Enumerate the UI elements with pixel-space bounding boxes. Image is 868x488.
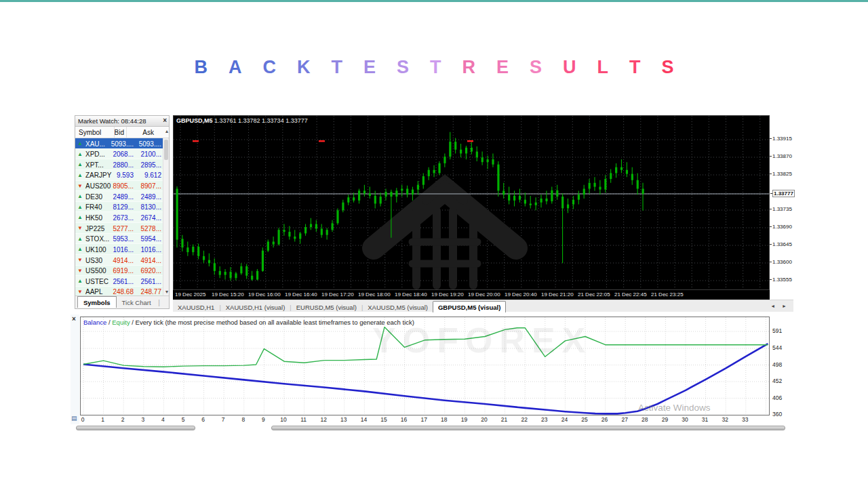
- title-letter: S: [397, 57, 409, 78]
- market-watch-row[interactable]: ▲STOX...5953...5954...: [75, 234, 163, 245]
- tester-x-label: 2: [121, 416, 125, 423]
- ask-value: 9.612: [144, 171, 161, 179]
- close-icon[interactable]: ×: [163, 117, 167, 124]
- chart-tab-xauusd-m5-visual-[interactable]: XAUUSD,M5 (visual): [363, 302, 433, 312]
- market-watch-scrollbar[interactable]: [163, 138, 169, 296]
- title-letter: T: [331, 57, 342, 78]
- price-axis-label: 1.33825: [772, 171, 792, 177]
- top-accent-bar: [0, 0, 868, 2]
- time-axis[interactable]: 19 Dec 202519 Dec 15:2019 Dec 16:0019 De…: [173, 290, 770, 300]
- price-axis-label: 1.33690: [772, 224, 792, 230]
- ask-value: 1016...: [140, 246, 161, 253]
- time-axis-label: 21 Dec 22:05: [578, 291, 610, 298]
- balance-equity-chart[interactable]: Balance / Equity / Every tick (the most …: [80, 317, 770, 415]
- ask-value: 2674...: [140, 214, 161, 222]
- title-letter: T: [430, 57, 441, 78]
- ask-value: 248.77: [140, 288, 161, 296]
- activate-windows-watermark: Activate Windows: [638, 403, 711, 413]
- ask-value: 5093....: [139, 140, 161, 148]
- market-watch-row[interactable]: ▲ZARJPY9.5939.612: [75, 170, 163, 181]
- chart-ohlc-values: 1.33761 1.33782 1.33734 1.33777: [214, 117, 308, 124]
- candlestick-chart[interactable]: GBPUSD,M5 1.33761 1.33782 1.33734 1.3377…: [173, 115, 770, 290]
- symbol-label: XPT...: [85, 161, 104, 169]
- market-watch-row[interactable]: ▲FR408129...8130...: [75, 202, 163, 213]
- bid-value: 9.593: [117, 171, 134, 179]
- ask-value: 4914...: [140, 257, 161, 264]
- tester-y-label: 452: [772, 378, 782, 384]
- tester-x-label: 19: [461, 416, 467, 423]
- page: BACKTESTRESULTS Market Watch: 08:44:28 ×…: [0, 0, 868, 488]
- scrollbar-thumb[interactable]: [164, 140, 168, 160]
- tester-x-label: 28: [642, 416, 648, 423]
- scrollbar-segment-right[interactable]: [271, 426, 785, 430]
- bid-value: 2489...: [113, 193, 134, 201]
- price-axis-label: 1.33870: [772, 153, 792, 159]
- time-axis-label: 19 Dec 17:20: [321, 291, 354, 298]
- title-letter: L: [597, 57, 609, 78]
- title-letter: B: [194, 57, 208, 78]
- market-watch-row[interactable]: ▼JP2255277...5278...: [75, 223, 163, 234]
- tester-x-label: 5: [182, 416, 185, 423]
- scrollbar-segment-left[interactable]: [76, 426, 195, 430]
- journal-icon[interactable]: ▤: [71, 415, 77, 422]
- chart-tab-eurusd-m5-visual-[interactable]: EURUSD,M5 (visual): [292, 302, 361, 312]
- tester-x-label: 26: [601, 416, 608, 423]
- chart-tab-gbpusd-m5-visual-[interactable]: GBPUSD,M5 (visual): [433, 301, 506, 312]
- column-ask[interactable]: Ask: [142, 129, 154, 136]
- market-watch-row[interactable]: ▲UK1001016...1016...: [75, 244, 163, 255]
- tester-x-label: 7: [222, 416, 225, 423]
- tester-x-label: 32: [722, 416, 728, 423]
- tester-x-label: 31: [702, 416, 708, 423]
- chart-ohlc-title: GBPUSD,M5 1.33761 1.33782 1.33734 1.3377…: [176, 117, 308, 124]
- time-axis-label: 19 Dec 18:40: [395, 291, 427, 298]
- tester-y-label: 591: [772, 327, 782, 334]
- tester-x-label: 21: [501, 416, 507, 423]
- market-watch-row[interactable]: ▲XAU...5093....5093....: [75, 138, 163, 149]
- price-axis[interactable]: 1.339151.338701.338251.337771.337351.336…: [770, 115, 793, 290]
- tester-x-label: 1: [101, 416, 104, 423]
- tester-side-strip: × ▤: [71, 314, 79, 424]
- symbol-label: FR40: [85, 203, 102, 211]
- chart-window: GBPUSD,M5 1.33761 1.33782 1.33734 1.3377…: [173, 115, 793, 312]
- tester-x-label: 8: [241, 416, 245, 423]
- ask-value: 2100...: [140, 150, 161, 158]
- ask-value: 2489...: [140, 193, 161, 201]
- arrow-up-icon: ▲: [77, 140, 83, 146]
- market-watch-row[interactable]: ▼AUS2008905...8907...: [75, 181, 163, 192]
- chart-symbol: GBPUSD,M5: [176, 117, 213, 124]
- market-watch-row[interactable]: ▲DE302489...2489...: [75, 191, 163, 202]
- tab-scroll-arrows[interactable]: ◄ ►: [770, 304, 789, 308]
- market-watch-tab-tick-chart[interactable]: Tick Chart: [117, 297, 157, 308]
- market-watch-row[interactable]: ▼AAPL248.68248.77: [75, 287, 163, 296]
- chart-tab-xauusd-h1[interactable]: XAUUSD,H1: [173, 302, 219, 312]
- candle-plot-svg: [174, 116, 769, 289]
- tester-x-label: 3: [141, 416, 144, 423]
- symbol-label: UK100: [85, 246, 106, 253]
- market-watch-row[interactable]: ▲XPT...2880...2895...: [75, 159, 163, 170]
- market-watch-row[interactable]: ▼US304914...4914...: [75, 255, 163, 266]
- symbol-label: ZARJPY: [85, 171, 111, 179]
- tester-x-label: 0: [81, 416, 85, 423]
- bid-value: 2880...: [113, 161, 134, 169]
- bid-value: 2068...: [113, 150, 134, 158]
- market-watch-tab-symbols[interactable]: Symbols: [77, 296, 117, 308]
- chart-tab-xauusd-h1-visual-[interactable]: XAUUSD,H1 (visual): [221, 302, 290, 312]
- market-watch-row[interactable]: ▲USTEC2561...2561...: [75, 276, 163, 287]
- bid-value: 1016...: [113, 246, 134, 253]
- symbol-label: AAPL: [85, 288, 103, 296]
- legend-balance: Balance: [83, 319, 106, 326]
- market-watch-row[interactable]: ▲HK502673...2674...: [75, 212, 163, 223]
- market-watch-row[interactable]: ▲XPD...2068...2100...: [75, 149, 163, 160]
- column-symbol[interactable]: Symbol: [79, 129, 101, 136]
- market-watch-title: Market Watch: 08:44:28: [78, 117, 146, 125]
- time-axis-label: 21 Dec 23:25: [651, 291, 684, 298]
- close-icon[interactable]: ×: [72, 315, 76, 323]
- scroll-up-icon[interactable]: ▴: [165, 128, 168, 134]
- title-letter: E: [363, 57, 376, 78]
- time-axis-label: 21 Dec 22:45: [614, 291, 647, 298]
- column-bid[interactable]: Bid: [115, 129, 124, 136]
- tester-x-label: 29: [662, 416, 668, 423]
- symbol-label: USTEC: [85, 278, 108, 285]
- market-watch-row[interactable]: ▼US5006919...6920...: [75, 266, 163, 277]
- scroll-down-icon[interactable]: ▾: [165, 289, 168, 295]
